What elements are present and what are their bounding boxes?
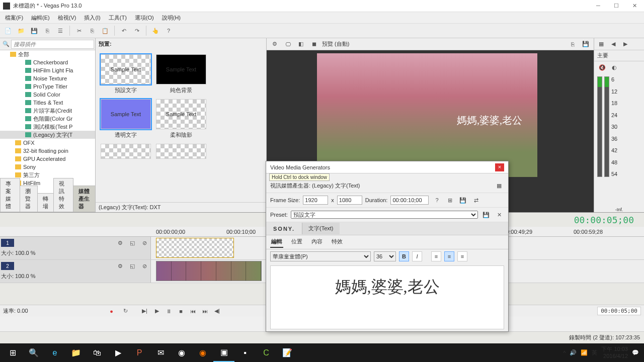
tab-video-fx[interactable]: 視訊特效 xyxy=(53,178,73,212)
preview-quality-icon[interactable]: ◼ xyxy=(309,39,319,49)
tree-item-selected[interactable]: (Legacy) 文字(T xyxy=(33,131,72,139)
tree-folder[interactable]: GPU Accelerated xyxy=(23,156,65,162)
search-icon[interactable]: 🔍 xyxy=(1,39,11,49)
track-motion-icon[interactable]: ◱ xyxy=(127,238,137,248)
duration-input[interactable] xyxy=(390,196,429,205)
align-right-button[interactable]: ≡ xyxy=(457,251,467,261)
render-icon[interactable]: ⎘ xyxy=(42,26,52,36)
preset-item[interactable]: Sample Text 透明文字 xyxy=(101,99,151,139)
stop-icon[interactable]: ■ xyxy=(176,306,186,316)
help-icon[interactable]: ? xyxy=(432,195,442,205)
prev-frame-icon[interactable]: ◀| xyxy=(212,306,222,316)
media-generator-dialog[interactable]: Video Media Generators × Hold Ctrl to do… xyxy=(266,161,509,332)
mixer-prev-icon[interactable]: ◀ xyxy=(608,39,618,49)
play-icon[interactable]: ▶ xyxy=(152,306,162,316)
copy-icon[interactable]: ⎘ xyxy=(87,26,97,36)
preset-item[interactable] xyxy=(101,144,151,159)
pause-icon[interactable]: ⏸ xyxy=(164,306,174,316)
help-icon[interactable]: ? xyxy=(164,26,174,36)
new-icon[interactable]: 📄 xyxy=(3,26,13,36)
tree-item[interactable]: 測試模板(Test P xyxy=(33,123,72,131)
volume-icon[interactable]: 🔊 xyxy=(570,349,577,356)
edge-icon[interactable]: e xyxy=(44,343,65,362)
solo-icon[interactable]: ◐ xyxy=(609,62,619,72)
notepad-icon[interactable]: 📝 xyxy=(277,343,298,362)
go-end-icon[interactable]: ⏭ xyxy=(200,306,210,316)
tree-item[interactable]: Checkerboard xyxy=(33,59,68,65)
video-clip[interactable] xyxy=(156,261,262,281)
store-icon[interactable]: 🛍 xyxy=(87,343,108,362)
go-start-icon[interactable]: ⏮ xyxy=(188,306,198,316)
preset-item[interactable]: Sample Text 純色背景 xyxy=(156,54,206,94)
network-icon[interactable]: 📶 xyxy=(581,349,588,356)
tab-project-media[interactable]: 專案媒體 xyxy=(0,178,20,212)
frame-width-input[interactable] xyxy=(303,196,328,205)
align-left-button[interactable]: ≡ xyxy=(431,251,441,261)
menu-insert[interactable]: 插入(I) xyxy=(81,13,103,23)
mixer-next-icon[interactable]: ▶ xyxy=(620,39,630,49)
external-monitor-icon[interactable]: 🖵 xyxy=(283,39,293,49)
clock[interactable]: 下午 10:032016/4/12 xyxy=(601,346,628,359)
tree-item[interactable]: Solid Color xyxy=(33,92,60,98)
open-icon[interactable]: 📁 xyxy=(16,26,26,36)
tree-folder[interactable]: OFX xyxy=(23,140,35,146)
plugin-tree[interactable]: 全部 Checkerboard HitFilm Light Fla Noise … xyxy=(0,50,95,196)
tab-media-generators[interactable]: 媒體產生器 xyxy=(73,186,96,212)
tree-folder[interactable]: 32-bit floating poin xyxy=(23,148,68,154)
vegas-taskbar-icon[interactable]: ▣ xyxy=(213,343,234,362)
play-start-icon[interactable]: ▶| xyxy=(140,306,150,316)
redo-icon[interactable]: ↷ xyxy=(132,26,142,36)
save-snapshot-icon[interactable]: 💾 xyxy=(581,39,591,49)
preset-item[interactable]: Sample Text 柔和陰影 xyxy=(156,99,206,139)
copy-snapshot-icon[interactable]: ⎘ xyxy=(568,39,578,49)
track-mute-icon[interactable]: ⊘ xyxy=(139,261,149,271)
preset-thumb[interactable]: Sample Text xyxy=(101,54,151,84)
save-icon[interactable]: 💾 xyxy=(29,26,39,36)
tab-position[interactable]: 位置 xyxy=(290,236,303,248)
match-media-icon[interactable]: ⊞ xyxy=(445,195,455,205)
videos-icon[interactable]: ▶ xyxy=(108,343,129,362)
mute-icon[interactable]: 🔇 xyxy=(597,62,607,72)
ime-indicator[interactable]: 英 xyxy=(592,349,597,356)
dialog-close-button[interactable]: × xyxy=(495,163,504,171)
menu-help[interactable]: 說明(H) xyxy=(159,13,184,23)
text-content-area[interactable]: 媽媽,婆婆,老公 xyxy=(270,265,504,329)
loop-icon[interactable]: ↻ xyxy=(121,306,131,316)
minimize-button[interactable]: ─ xyxy=(594,3,603,9)
delete-preset-icon[interactable]: ✕ xyxy=(494,210,504,220)
save-icon[interactable]: 💾 xyxy=(458,195,468,205)
search-input[interactable] xyxy=(11,40,94,49)
tree-folder[interactable]: 第三方 xyxy=(23,171,40,179)
start-button[interactable]: ⊞ xyxy=(2,343,23,362)
plugin-chain-icon[interactable]: ▦ xyxy=(494,180,504,191)
notifications-icon[interactable]: 💬 xyxy=(632,349,639,356)
tab-edit[interactable]: 編輯 xyxy=(270,236,283,248)
font-size-select[interactable]: 36 xyxy=(374,251,396,261)
timeline-position[interactable]: 00:00:05;00 xyxy=(597,307,641,315)
powerpoint-icon[interactable]: P xyxy=(129,343,150,362)
chrome-icon[interactable]: ◉ xyxy=(171,343,192,362)
tab-content[interactable]: 內容 xyxy=(310,236,324,248)
tree-folder[interactable]: Sony xyxy=(23,164,36,170)
replace-icon[interactable]: ⇄ xyxy=(471,195,481,205)
preview-quality-label[interactable]: 預覽 (自動) xyxy=(322,40,349,48)
maximize-button[interactable]: ☐ xyxy=(612,3,621,9)
track-mute-icon[interactable]: ⊘ xyxy=(139,238,149,248)
explorer-icon[interactable]: 📁 xyxy=(65,343,87,362)
text-clip[interactable] xyxy=(156,238,234,258)
paste-icon[interactable]: 📋 xyxy=(100,26,110,36)
tray-up-icon[interactable]: ^ xyxy=(563,350,566,356)
bold-button[interactable]: B xyxy=(399,251,409,261)
cut-icon[interactable]: ✂ xyxy=(74,26,84,36)
tree-item[interactable]: 色階圖(Color Gr xyxy=(33,115,72,123)
tree-item[interactable]: ProType Titler xyxy=(33,83,67,89)
properties-icon[interactable]: ☰ xyxy=(55,26,65,36)
tab-effects[interactable]: 特效 xyxy=(331,236,344,248)
save-preset-icon[interactable]: 💾 xyxy=(481,210,491,220)
menu-options[interactable]: 選項(O) xyxy=(132,13,157,23)
close-button[interactable]: ✕ xyxy=(630,3,639,9)
split-screen-icon[interactable]: ◧ xyxy=(296,39,306,49)
menu-edit[interactable]: 編輯(E) xyxy=(28,13,53,23)
tab-explorer[interactable]: 瀏覽器 xyxy=(20,186,38,212)
italic-button[interactable]: I xyxy=(412,251,422,261)
